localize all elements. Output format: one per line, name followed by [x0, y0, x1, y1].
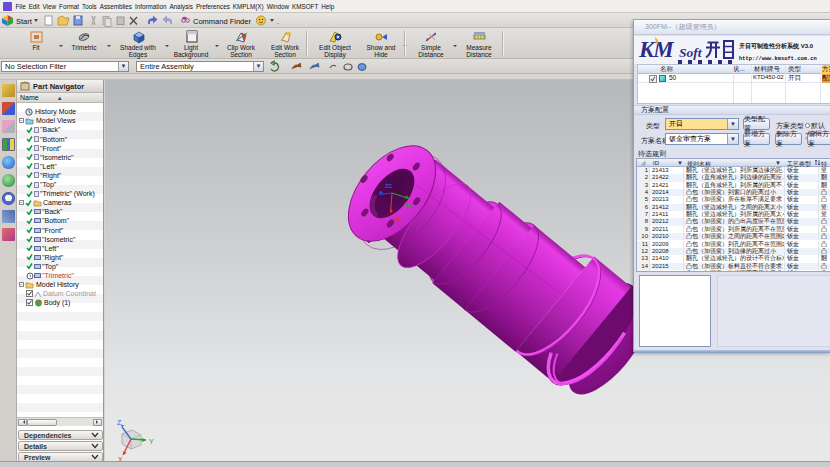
svg-text:XC: XC	[394, 217, 402, 223]
svg-text:http://www.kmsoft.com.cn: http://www.kmsoft.com.cn	[739, 56, 817, 62]
svg-text:Y: Y	[149, 438, 154, 445]
svg-text:Command Finder: Command Finder	[193, 17, 251, 26]
svg-text:Start: Start	[16, 17, 33, 26]
svg-text:.: .	[277, 18, 279, 25]
svg-text:YC: YC	[404, 202, 412, 208]
svg-text:Soft: Soft	[679, 45, 703, 60]
svg-text:ZC: ZC	[385, 183, 392, 189]
svg-text:Z: Z	[117, 419, 122, 426]
svg-text:开目可制造性分析系统 V3.0: 开目可制造性分析系统 V3.0	[739, 42, 814, 50]
